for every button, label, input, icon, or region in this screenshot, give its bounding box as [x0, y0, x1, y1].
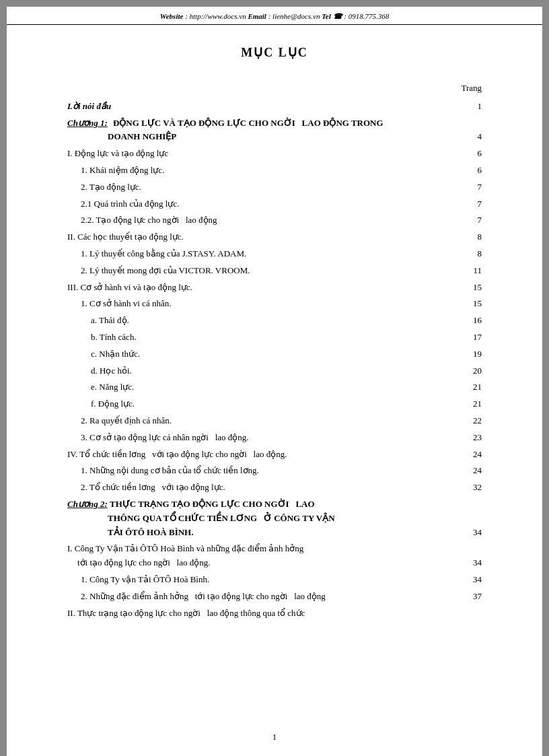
loi-noi-dau-text: Lời nói đầu	[67, 101, 111, 111]
toc-item-page	[449, 605, 482, 622]
toc-item-page: 8	[449, 229, 482, 246]
toc-item-label: 2. Tạo động lực.	[67, 179, 449, 196]
toc-item-page: 8	[449, 246, 482, 263]
toc-item-page: 34	[449, 541, 482, 572]
toc-item-label: a. Thái độ.	[67, 312, 449, 329]
toc-item-label: b. Tính cách.	[67, 329, 449, 346]
chuong-2-text: THỰC TRẠNG TẠO ĐỘNG LỰC CHO NGỜI LAO	[110, 499, 315, 509]
toc-item-label: 2.2. Tạo động lực cho ngời lao động	[67, 212, 449, 229]
toc-item-label: 1. Những nội dung cơ bản của tổ chức tiề…	[67, 462, 449, 479]
list-item: 1. Những nội dung cơ bản của tổ chức tiề…	[67, 462, 482, 479]
list-item: 2.1 Quá trình của động lực. 7	[67, 196, 482, 213]
chuong-1-num: Chương 1:	[67, 118, 108, 128]
website-label: Website	[160, 12, 184, 20]
toc-item-page: 6	[449, 162, 482, 179]
chuong-1-text-cont: DOANH NGHIỆP	[67, 131, 176, 141]
toc-item-label: II. Thực trạng tạo động lực cho ngời lao…	[67, 605, 449, 622]
toc-item-page: 34	[449, 496, 482, 541]
toc-item-page: 6	[449, 145, 482, 162]
footer-page-number: 1	[272, 732, 277, 742]
list-item: c. Nhận thức. 19	[67, 346, 482, 363]
list-item: Chương 2: THỰC TRẠNG TẠO ĐỘNG LỰC CHO NG…	[67, 496, 482, 541]
toc-page-label: Trang	[449, 80, 482, 98]
toc-item-label: I. Công Ty Vận Tải ÔTÔ Hoà Bình và những…	[67, 541, 449, 572]
toc-table: Trang Lời nói đầu 1 Chương 1: ĐỘNG LỰC V…	[67, 80, 482, 621]
toc-item-page: 32	[449, 479, 482, 496]
list-item: I. Động lực và tạo động lực 6	[67, 145, 482, 162]
list-item: b. Tính cách. 17	[67, 329, 482, 346]
list-item: f. Động lực. 21	[67, 396, 482, 413]
toc-chapter1-label: Chương 1: ĐỘNG LỰC VÀ TẠO ĐỘNG LỰC CHO N…	[67, 115, 449, 146]
list-item: 1. Cơ sở hành vi cá nhân. 15	[67, 296, 482, 312]
list-item: 2. Tạo động lực. 7	[67, 179, 482, 196]
toc-item-label: III. Cơ sở hành vi và tạo động lực.	[67, 279, 449, 296]
list-item: d. Học hỏi. 20	[67, 363, 482, 380]
email-address: : lienhe@docs.vn	[268, 12, 322, 20]
website-url: : http://www.docs.vn	[185, 12, 248, 20]
list-item: Lời nói đầu 1	[67, 98, 482, 115]
toc-item-page: 24	[449, 462, 482, 479]
toc-item-label: 2. Những đặc điểm ảnh hởng tới tạo động …	[67, 588, 449, 605]
toc-header-row: Trang	[67, 80, 482, 98]
document-page: Website : http://www.docs.vn Email : lie…	[7, 7, 542, 756]
list-item: 2. Tổ chức tiền lơng với tạo động lực. 3…	[67, 479, 482, 496]
toc-item-label: 1. Công Ty vận Tải ÔTÔ Hoà Bình.	[67, 572, 449, 588]
toc-item-label: 2. Lý thuyết mong đợi của VICTOR. VROOM.	[67, 263, 449, 279]
toc-item-label: 2.1 Quá trình của động lực.	[67, 196, 449, 213]
page-title: MỤC LỤC	[67, 45, 482, 60]
toc-item-label: I. Động lực và tạo động lực	[67, 145, 449, 162]
toc-item-label: d. Học hỏi.	[67, 363, 449, 380]
chuong-1-text: ĐỘNG LỰC VÀ TẠO ĐỘNG LỰC CHO NGỜI LAO ĐỘ…	[110, 118, 383, 128]
list-item: II. Thực trạng tạo động lực cho ngời lao…	[67, 605, 482, 622]
toc-item-page: 23	[449, 429, 482, 446]
list-item: 1. Công Ty vận Tải ÔTÔ Hoà Bình. 34	[67, 572, 482, 588]
toc-item-label: c. Nhận thức.	[67, 346, 449, 363]
toc-item-page: 24	[449, 446, 482, 463]
list-item: a. Thái độ. 16	[67, 312, 482, 329]
list-item: I. Công Ty Vận Tải ÔTÔ Hoà Bình và những…	[67, 541, 482, 572]
list-item: 2.2. Tạo động lực cho ngời lao động 7	[67, 212, 482, 229]
toc-item-page: 11	[449, 263, 482, 279]
toc-item-page: 19	[449, 346, 482, 363]
toc-header-empty	[67, 80, 449, 98]
toc-item-page: 15	[449, 279, 482, 296]
header-text: Website : http://www.docs.vn Email : lie…	[160, 12, 389, 20]
toc-item-page: 21	[449, 379, 482, 396]
page-footer: 1	[7, 732, 542, 743]
toc-item-page: 22	[449, 413, 482, 429]
toc-item-label: f. Động lực.	[67, 396, 449, 413]
toc-item-label: e. Năng lực.	[67, 379, 449, 396]
list-item: 2. Những đặc điểm ảnh hởng tới tạo động …	[67, 588, 482, 605]
email-label: Email	[248, 12, 266, 20]
list-item: 1. Khái niệm động lực. 6	[67, 162, 482, 179]
toc-item-page: 37	[449, 588, 482, 605]
tel-label: Tel ☎	[322, 12, 342, 20]
toc-item-page: 7	[449, 212, 482, 229]
list-item: 3. Cơ sở tạo động lực cá nhân ngời lao đ…	[67, 429, 482, 446]
toc-item-page: 16	[449, 312, 482, 329]
toc-item-label: Lời nói đầu	[67, 98, 449, 115]
list-item: Chương 1: ĐỘNG LỰC VÀ TẠO ĐỘNG LỰC CHO N…	[67, 115, 482, 146]
list-item: III. Cơ sở hành vi và tạo động lực. 15	[67, 279, 482, 296]
page-header: Website : http://www.docs.vn Email : lie…	[7, 7, 542, 25]
list-item: 2. Ra quyết định cá nhân. 22	[67, 413, 482, 429]
toc-item-page: 34	[449, 572, 482, 588]
list-item: 1. Lý thuyết công bằng của J.STASY. ADAM…	[67, 246, 482, 263]
chuong-2-num: Chương 2:	[67, 499, 108, 509]
page-content: MỤC LỤC Trang Lời nói đầu 1	[7, 25, 542, 662]
toc-item-label: IV. Tổ chức tiền lơng với tạo động lực c…	[67, 446, 449, 463]
toc-item-label: 1. Khái niệm động lực.	[67, 162, 449, 179]
list-item: 2. Lý thuyết mong đợi của VICTOR. VROOM.…	[67, 263, 482, 279]
toc-item-label: 1. Lý thuyết công bằng của J.STASY. ADAM…	[67, 246, 449, 263]
toc-item-page: 7	[449, 179, 482, 196]
list-item: II. Các học thuyết tạo động lực. 8	[67, 229, 482, 246]
toc-item-page: 20	[449, 363, 482, 380]
toc-item-page: 1	[449, 98, 482, 115]
toc-chapter2-label: Chương 2: THỰC TRẠNG TẠO ĐỘNG LỰC CHO NG…	[67, 496, 449, 541]
toc-item-page: 15	[449, 296, 482, 312]
tel-number: : 0918.775.368	[344, 12, 389, 20]
toc-item-page: 7	[449, 196, 482, 213]
toc-item-label: 2. Tổ chức tiền lơng với tạo động lực.	[67, 479, 449, 496]
toc-item-label: 3. Cơ sở tạo động lực cá nhân ngời lao đ…	[67, 429, 449, 446]
toc-item-label: 2. Ra quyết định cá nhân.	[67, 413, 449, 429]
